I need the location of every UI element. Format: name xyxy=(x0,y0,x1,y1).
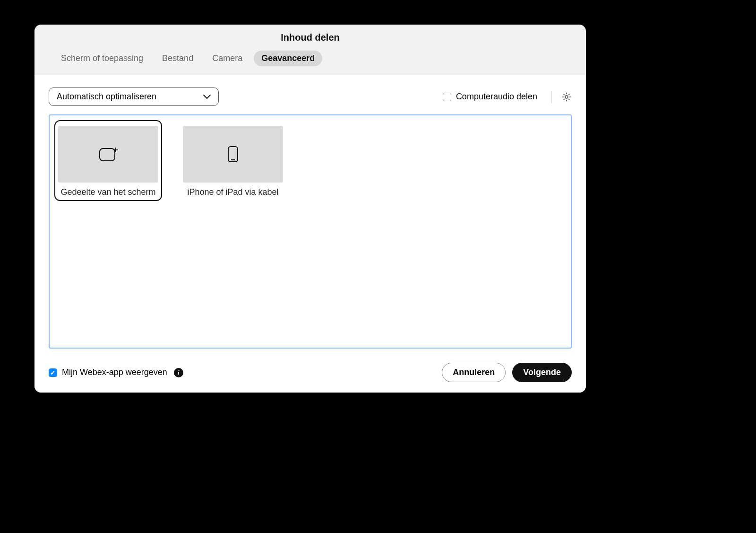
share-content-dialog: Inhoud delen Scherm of toepassing Bestan… xyxy=(34,25,586,393)
checkbox-icon xyxy=(443,93,451,101)
optimize-dropdown[interactable]: Automatisch optimaliseren xyxy=(49,87,219,106)
share-options-area: Gedeelte van het scherm iPhone of iPad v… xyxy=(49,114,572,349)
chevron-down-icon xyxy=(203,95,211,99)
next-button[interactable]: Volgende xyxy=(512,363,572,382)
tab-camera[interactable]: Camera xyxy=(205,51,250,66)
show-webex-app-checkbox[interactable]: Mijn Webex-app weergeven xyxy=(49,367,167,377)
gear-icon[interactable] xyxy=(561,92,572,102)
cancel-button[interactable]: Annuleren xyxy=(442,363,506,382)
share-computer-audio-label: Computeraudio delen xyxy=(456,92,537,102)
option-partial-screen[interactable]: Gedeelte van het scherm xyxy=(54,120,162,201)
option-thumbnail xyxy=(58,126,158,183)
share-computer-audio-checkbox[interactable]: Computeraudio delen xyxy=(443,92,537,102)
dialog-footer: Mijn Webex-app weergeven i Annuleren Vol… xyxy=(34,356,586,393)
option-label: Gedeelte van het scherm xyxy=(60,187,155,197)
tab-screen-or-application[interactable]: Scherm of toepassing xyxy=(53,51,151,66)
info-icon[interactable]: i xyxy=(174,368,183,377)
share-region-icon xyxy=(97,145,120,164)
tabs: Scherm of toepassing Bestand Camera Geav… xyxy=(34,46,586,75)
optimize-dropdown-label: Automatisch optimaliseren xyxy=(57,92,156,102)
option-iphone-ipad-cable[interactable]: iPhone of iPad via kabel xyxy=(179,120,287,201)
tab-advanced[interactable]: Geavanceerd xyxy=(254,51,322,66)
toolbar: Automatisch optimaliseren Computeraudio … xyxy=(49,87,572,106)
checkbox-icon xyxy=(49,368,57,377)
tab-file[interactable]: Bestand xyxy=(155,51,201,66)
device-icon xyxy=(222,145,244,164)
svg-rect-1 xyxy=(100,149,115,161)
dialog-body: Automatisch optimaliseren Computeraudio … xyxy=(34,75,586,356)
dialog-title: Inhoud delen xyxy=(34,25,586,46)
svg-point-0 xyxy=(565,96,568,98)
option-label: iPhone of iPad via kabel xyxy=(187,187,278,197)
show-webex-app-label: Mijn Webex-app weergeven xyxy=(62,367,167,377)
divider xyxy=(551,91,552,103)
option-thumbnail xyxy=(183,126,283,183)
